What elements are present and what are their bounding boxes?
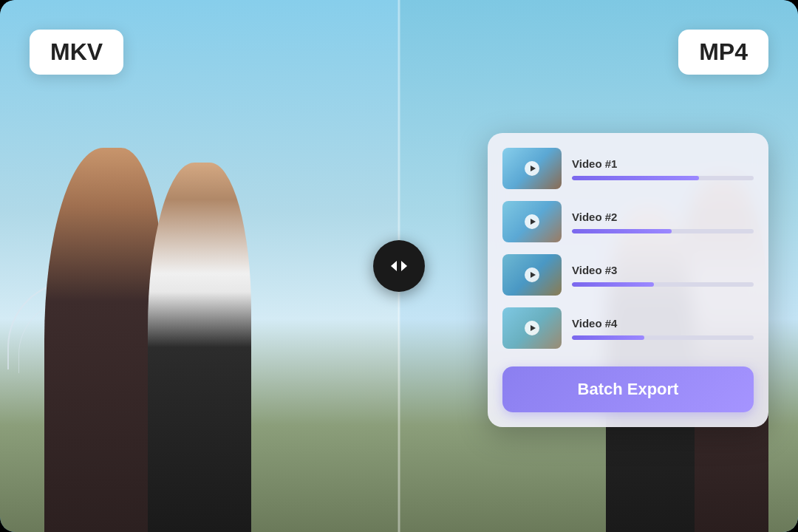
- figure-left-2: [148, 163, 251, 532]
- play-triangle-1: [531, 166, 536, 171]
- toggle-button[interactable]: [373, 240, 425, 292]
- play-triangle-4: [531, 325, 536, 331]
- play-triangle-3: [531, 272, 536, 278]
- video-item-2: Video #2: [502, 201, 754, 242]
- video-info-2: Video #2: [572, 211, 754, 233]
- video-thumb-2: [502, 201, 562, 242]
- thumb-bg-1: [502, 148, 562, 189]
- video-info-1: Video #1: [572, 157, 754, 180]
- progress-fill-2: [572, 229, 672, 233]
- figure-left-1: [44, 148, 163, 532]
- thumb-bg-2: [502, 201, 562, 242]
- svg-marker-0: [391, 261, 397, 271]
- progress-fill-1: [572, 176, 699, 180]
- progress-track-3: [572, 282, 754, 287]
- progress-fill-4: [572, 335, 644, 340]
- video-info-4: Video #4: [572, 317, 754, 340]
- thumb-bg-4: [502, 307, 562, 349]
- video-label-1: Video #1: [572, 157, 754, 170]
- video-item-4: Video #4: [502, 307, 754, 349]
- play-icon-1: [525, 161, 539, 176]
- video-label-2: Video #2: [572, 211, 754, 223]
- mkv-label: MKV: [50, 38, 103, 65]
- svg-marker-1: [401, 261, 407, 271]
- mp4-badge: MP4: [678, 30, 768, 75]
- video-thumb-3: [502, 254, 562, 296]
- mp4-label: MP4: [699, 38, 748, 65]
- progress-track-4: [572, 335, 754, 340]
- play-icon-2: [525, 214, 539, 229]
- batch-panel: Video #1 Video #2: [488, 133, 768, 427]
- play-triangle-2: [531, 219, 536, 225]
- video-label-4: Video #4: [572, 317, 754, 330]
- video-thumb-1: [502, 148, 562, 189]
- batch-export-button[interactable]: Batch Export: [502, 366, 754, 412]
- main-container: MKV MP4 Video #1: [0, 0, 798, 532]
- play-icon-3: [525, 267, 539, 282]
- video-info-3: Video #3: [572, 264, 754, 287]
- progress-fill-3: [572, 282, 654, 287]
- mkv-badge: MKV: [30, 30, 123, 75]
- video-thumb-4: [502, 307, 562, 349]
- thumb-bg-3: [502, 254, 562, 296]
- video-item-1: Video #1: [502, 148, 754, 189]
- video-item-3: Video #3: [502, 254, 754, 296]
- video-label-3: Video #3: [572, 264, 754, 276]
- progress-track-2: [572, 229, 754, 233]
- progress-track-1: [572, 176, 754, 180]
- play-icon-4: [525, 321, 539, 335]
- toggle-icon: [388, 255, 410, 277]
- left-panel: [0, 0, 399, 532]
